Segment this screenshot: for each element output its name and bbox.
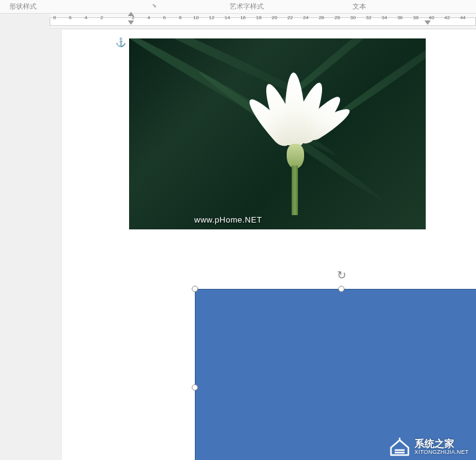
- ruler-tick: 44: [460, 15, 465, 20]
- ruler-tick: 2: [101, 15, 103, 20]
- ruler-tick: 24: [303, 15, 308, 20]
- ruler-tick: 2: [132, 15, 134, 20]
- brand-watermark: 系统之家 XITONGZHIJIA.NET: [388, 438, 469, 456]
- ruler-tick: 18: [256, 15, 261, 20]
- ruler-tick: 28: [335, 15, 340, 20]
- image-watermark-text: www.pHome.NET: [194, 215, 262, 224]
- ruler-tick: 8: [179, 15, 181, 20]
- ruler-tick: 12: [209, 15, 215, 20]
- ribbon-group-labels: 形状样式 ⬊ 艺术字样式 文本: [0, 0, 476, 14]
- house-logo-icon: [388, 438, 411, 456]
- object-anchor-icon: ⚓: [115, 37, 126, 47]
- ruler-tick: 30: [350, 15, 356, 20]
- rotation-handle-icon[interactable]: ↻: [337, 268, 346, 282]
- ruler-tick: 6: [69, 15, 71, 20]
- ribbon-group-text: 文本: [353, 2, 366, 11]
- hanging-indent-marker[interactable]: [128, 20, 134, 25]
- ruler-tick: 32: [366, 15, 372, 20]
- ruler-tick: 40: [429, 15, 434, 20]
- ruler-tick: 4: [148, 15, 150, 20]
- ribbon-group-shape-styles: 形状样式: [9, 2, 37, 11]
- brand-name-en: XITONGZHIJIA.NET: [415, 449, 469, 456]
- brand-name-cn: 系统之家: [415, 438, 469, 449]
- ruler-tick: 8: [53, 15, 56, 20]
- rectangle-shape[interactable]: [195, 289, 476, 460]
- right-indent-marker[interactable]: [424, 20, 431, 25]
- document-canvas[interactable]: ⚓ www.pHome.NET ↻: [62, 30, 476, 460]
- ruler-track: [50, 17, 476, 26]
- resize-handle-top-left[interactable]: [192, 286, 198, 292]
- ruler-tick: 4: [84, 15, 87, 20]
- ruler-tick: 20: [272, 15, 277, 20]
- ruler-tick: 36: [397, 15, 403, 20]
- ruler-tick: 26: [319, 15, 325, 20]
- ruler-tick: 22: [287, 15, 293, 20]
- horizontal-ruler[interactable]: 8642246810121416182022242628303234363840…: [50, 14, 476, 29]
- dialog-launcher-icon[interactable]: ⬊: [152, 2, 159, 10]
- ribbon-group-wordart-styles: 艺术字样式: [230, 2, 264, 11]
- ruler-tick: 42: [444, 15, 450, 20]
- ruler-tick: 14: [225, 15, 230, 20]
- ruler-tick: 34: [382, 15, 387, 20]
- resize-handle-top-middle[interactable]: [338, 286, 344, 292]
- flower-bloom: [253, 73, 340, 184]
- ruler-tick: 10: [193, 15, 199, 20]
- ruler-tick: 6: [163, 15, 166, 20]
- inserted-image-flower[interactable]: www.pHome.NET: [129, 38, 426, 229]
- ruler-tick: 16: [240, 15, 246, 20]
- ruler-tick: 38: [413, 15, 418, 20]
- resize-handle-middle-left[interactable]: [192, 384, 198, 391]
